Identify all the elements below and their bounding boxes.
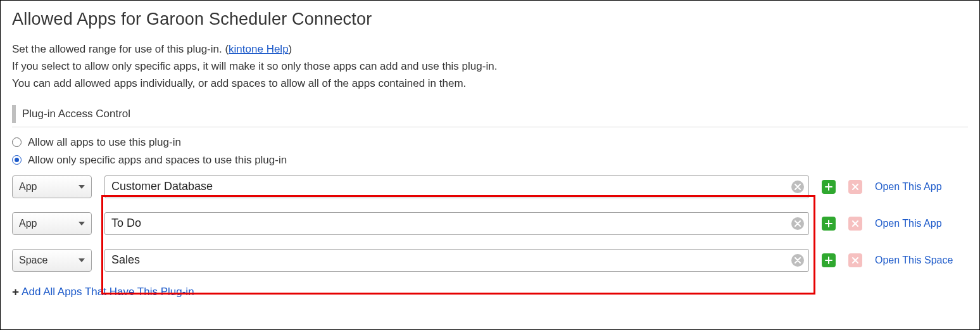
close-icon (851, 183, 859, 191)
type-select[interactable]: Space (12, 249, 92, 272)
open-entry-link[interactable]: Open This App (875, 218, 942, 229)
open-entry-link[interactable]: Open This App (875, 181, 942, 193)
desc-line1b: ) (289, 43, 292, 55)
close-icon (795, 257, 801, 263)
plus-icon (825, 257, 832, 264)
close-icon (795, 220, 801, 227)
section-heading: Plug-in Access Control (12, 105, 968, 123)
add-all-label: Add All Apps That Have This Plug-in (22, 286, 194, 298)
delete-row-button[interactable] (848, 180, 862, 194)
clear-input-button[interactable] (791, 217, 804, 230)
name-input-wrap (104, 212, 809, 235)
entry-row: App Open This App (12, 175, 968, 198)
delete-row-button[interactable] (848, 253, 862, 267)
settings-panel: Allowed Apps for Garoon Scheduler Connec… (0, 0, 980, 330)
help-link[interactable]: kintone Help (229, 43, 289, 55)
desc-line3: You can add allowed apps individually, o… (12, 77, 466, 89)
description-text: Set the allowed range for use of this pl… (12, 41, 968, 92)
chevron-down-icon (79, 258, 85, 262)
type-select-value: App (19, 218, 37, 229)
name-input[interactable] (104, 212, 809, 235)
radio-allow-specific[interactable] (12, 155, 22, 165)
clear-input-button[interactable] (791, 254, 804, 267)
add-row-button[interactable] (822, 217, 836, 231)
radio-allow-specific-row[interactable]: Allow only specific apps and spaces to u… (12, 154, 968, 167)
radio-allow-all-label: Allow all apps to use this plug-in (28, 136, 181, 149)
close-icon (851, 257, 859, 264)
desc-line1a: Set the allowed range for use of this pl… (12, 43, 229, 55)
chevron-down-icon (79, 185, 85, 189)
type-select[interactable]: App (12, 212, 92, 235)
page-title: Allowed Apps for Garoon Scheduler Connec… (12, 10, 968, 29)
close-icon (795, 184, 801, 190)
name-input[interactable] (104, 249, 809, 272)
name-input[interactable] (104, 175, 809, 198)
type-select[interactable]: App (12, 175, 92, 198)
delete-row-button[interactable] (848, 217, 862, 231)
close-icon (851, 220, 859, 227)
entry-row: App Open This App (12, 212, 968, 235)
type-select-value: App (19, 181, 37, 193)
name-input-wrap (104, 249, 809, 272)
plus-icon (825, 183, 832, 191)
type-select-value: Space (19, 255, 47, 266)
add-row-button[interactable] (822, 253, 836, 267)
radio-allow-all[interactable] (12, 137, 22, 147)
section-divider (12, 127, 968, 127)
entry-row: Space Open This Space (12, 249, 968, 272)
add-all-apps-link[interactable]: + Add All Apps That Have This Plug-in (12, 286, 968, 298)
add-row-button[interactable] (822, 180, 836, 194)
entries-container: App Open This App App (12, 175, 968, 272)
desc-line2: If you select to allow only specific app… (12, 60, 497, 72)
name-input-wrap (104, 175, 809, 198)
plus-icon (825, 220, 832, 227)
open-entry-link[interactable]: Open This Space (875, 255, 953, 266)
radio-allow-all-row[interactable]: Allow all apps to use this plug-in (12, 136, 968, 149)
clear-input-button[interactable] (791, 181, 804, 193)
radio-allow-specific-label: Allow only specific apps and spaces to u… (28, 154, 287, 167)
plus-icon: + (12, 286, 19, 298)
chevron-down-icon (79, 222, 85, 225)
